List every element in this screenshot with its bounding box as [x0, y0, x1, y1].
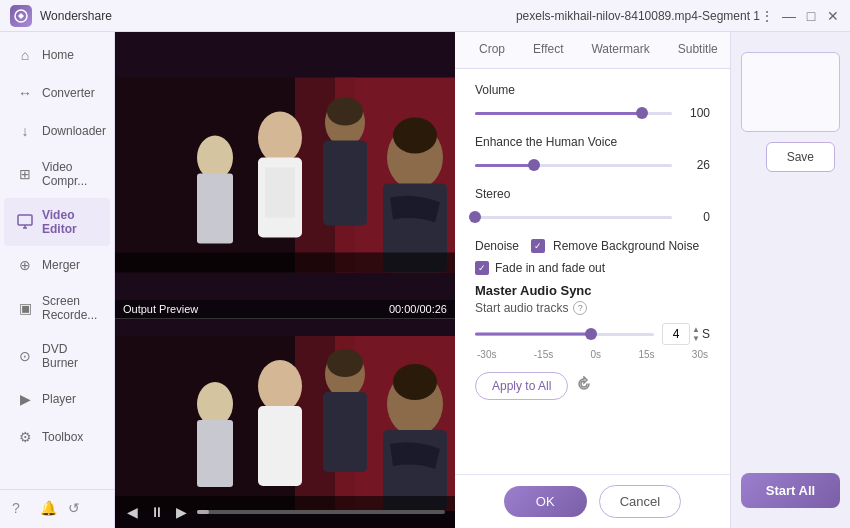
- tab-subtitle[interactable]: Subtitle: [664, 32, 730, 68]
- svg-rect-15: [197, 174, 233, 244]
- svg-point-9: [327, 98, 363, 126]
- title-bar: Wondershare pexels-mikhail-nilov-8410089…: [0, 0, 850, 32]
- tab-bar: Crop Effect Watermark Subtitle Audio Spe…: [455, 32, 730, 69]
- playback-progress-bar[interactable]: [197, 510, 445, 514]
- fade-check: ✓: [478, 263, 486, 273]
- app-name: Wondershare: [40, 9, 516, 23]
- sidebar-item-video-compress[interactable]: ⊞ Video Compr...: [4, 150, 110, 198]
- denoise-label: Denoise: [475, 239, 519, 253]
- volume-track: [475, 112, 672, 115]
- sidebar-item-home[interactable]: ⌂ Home: [4, 36, 110, 74]
- minimize-button[interactable]: —: [782, 9, 796, 23]
- volume-fill: [475, 112, 642, 115]
- remove-bg-noise-checkbox[interactable]: ✓: [531, 239, 545, 253]
- settings-button[interactable]: ⋮: [760, 9, 774, 23]
- volume-thumb[interactable]: [636, 107, 648, 119]
- svg-point-5: [258, 112, 302, 164]
- volume-slider[interactable]: [475, 103, 672, 123]
- sidebar-item-video-editor[interactable]: Video Editor: [4, 198, 110, 246]
- enhance-thumb[interactable]: [528, 159, 540, 171]
- notification-icon[interactable]: 🔔: [40, 500, 58, 518]
- progress-fill: [197, 510, 209, 514]
- master-audio-sync: Master Audio Sync Start audio tracks ?: [475, 283, 710, 360]
- svg-rect-10: [323, 141, 367, 226]
- sidebar-item-downloader[interactable]: ↓ Downloader: [4, 112, 110, 150]
- audio-settings: Volume 100 E: [455, 69, 730, 474]
- fade-label: Fade in and fade out: [495, 261, 605, 275]
- prev-frame-button[interactable]: ◀: [125, 502, 140, 522]
- sidebar-item-dvd-burner[interactable]: ⊙ DVD Burner: [4, 332, 110, 380]
- timeline-fill: [475, 333, 591, 336]
- stereo-label: Stereo: [475, 187, 710, 201]
- timeline-thumb[interactable]: [585, 328, 597, 340]
- sidebar-label-home: Home: [42, 48, 74, 62]
- denoise-row: Denoise ✓ Remove Background Noise: [475, 239, 710, 253]
- sidebar-label-downloader: Downloader: [42, 124, 106, 138]
- svg-rect-24: [323, 392, 367, 472]
- tab-watermark[interactable]: Watermark: [577, 32, 663, 68]
- burner-icon: ⊙: [16, 347, 34, 365]
- svg-point-26: [393, 364, 437, 400]
- stereo-track: [475, 216, 672, 219]
- cancel-button[interactable]: Cancel: [599, 485, 681, 518]
- tab-crop[interactable]: Crop: [465, 32, 519, 68]
- volume-label: Volume: [475, 83, 710, 97]
- reset-button[interactable]: [576, 376, 592, 396]
- sync-help-icon[interactable]: ?: [573, 301, 587, 315]
- sidebar-item-player[interactable]: ▶ Player: [4, 380, 110, 418]
- checkbox-check: ✓: [534, 241, 542, 251]
- stereo-slider[interactable]: [475, 207, 672, 227]
- window-controls: ⋮ — □ ✕: [760, 9, 840, 23]
- enhance-slider[interactable]: [475, 155, 672, 175]
- compress-icon: ⊞: [16, 165, 34, 183]
- apply-to-all-button[interactable]: Apply to All: [475, 372, 568, 400]
- recorder-icon: ▣: [16, 299, 34, 317]
- sidebar-item-converter[interactable]: ↔ Converter: [4, 74, 110, 112]
- close-button[interactable]: ✕: [826, 9, 840, 23]
- fade-checkbox[interactable]: ✓: [475, 261, 489, 275]
- sync-time-value: 4: [662, 323, 690, 345]
- svg-point-12: [393, 118, 437, 154]
- tl-label-4: 30s: [692, 349, 708, 360]
- sync-subtitle-row: Start audio tracks ?: [475, 301, 710, 315]
- editor-dialog: Output Preview 00:00/00:26: [115, 32, 850, 528]
- timeline-row: 4 ▲ ▼ S: [475, 323, 710, 345]
- sync-time-down[interactable]: ▼: [692, 335, 700, 343]
- save-button[interactable]: Save: [766, 142, 835, 172]
- audio-action-row: Apply to All: [475, 372, 710, 400]
- stereo-value: 0: [680, 210, 710, 224]
- sync-time-arrows: ▲ ▼: [692, 326, 700, 343]
- tab-effect[interactable]: Effect: [519, 32, 577, 68]
- tl-label-1: -15s: [534, 349, 553, 360]
- svg-rect-1: [18, 215, 32, 225]
- sidebar-item-merger[interactable]: ⊕ Merger: [4, 246, 110, 284]
- sidebar-label-converter: Converter: [42, 86, 95, 100]
- sidebar-item-screen-recorder[interactable]: ▣ Screen Recorde...: [4, 284, 110, 332]
- sidebar-label-merger: Merger: [42, 258, 80, 272]
- fade-row: ✓ Fade in and fade out: [475, 261, 710, 275]
- sidebar-item-toolbox[interactable]: ⚙ Toolbox: [4, 418, 110, 456]
- stereo-thumb[interactable]: [469, 211, 481, 223]
- refresh-icon[interactable]: ↺: [68, 500, 86, 518]
- timeline-slider[interactable]: [475, 324, 654, 344]
- right-input-box: [741, 52, 840, 132]
- sync-title: Master Audio Sync: [475, 283, 710, 298]
- svg-point-23: [327, 349, 363, 377]
- sidebar-label-player: Player: [42, 392, 76, 406]
- toolbox-icon: ⚙: [16, 428, 34, 446]
- maximize-button[interactable]: □: [804, 9, 818, 23]
- sidebar-label-editor: Video Editor: [42, 208, 98, 236]
- ok-button[interactable]: OK: [504, 486, 587, 517]
- sidebar-label-compress: Video Compr...: [42, 160, 98, 188]
- pause-button[interactable]: ⏸: [148, 502, 166, 522]
- editor-icon: [16, 213, 34, 231]
- help-icon[interactable]: ?: [12, 500, 30, 518]
- video-controls: ◀ ⏸ ▶: [115, 496, 455, 528]
- stereo-slider-row: 0: [475, 207, 710, 227]
- sync-time-up[interactable]: ▲: [692, 326, 700, 334]
- start-all-button[interactable]: Start All: [741, 473, 840, 508]
- next-frame-button[interactable]: ▶: [174, 502, 189, 522]
- enhance-setting: Enhance the Human Voice 26: [475, 135, 710, 175]
- svg-rect-7: [265, 168, 295, 218]
- right-panel: Save Start All: [730, 32, 850, 528]
